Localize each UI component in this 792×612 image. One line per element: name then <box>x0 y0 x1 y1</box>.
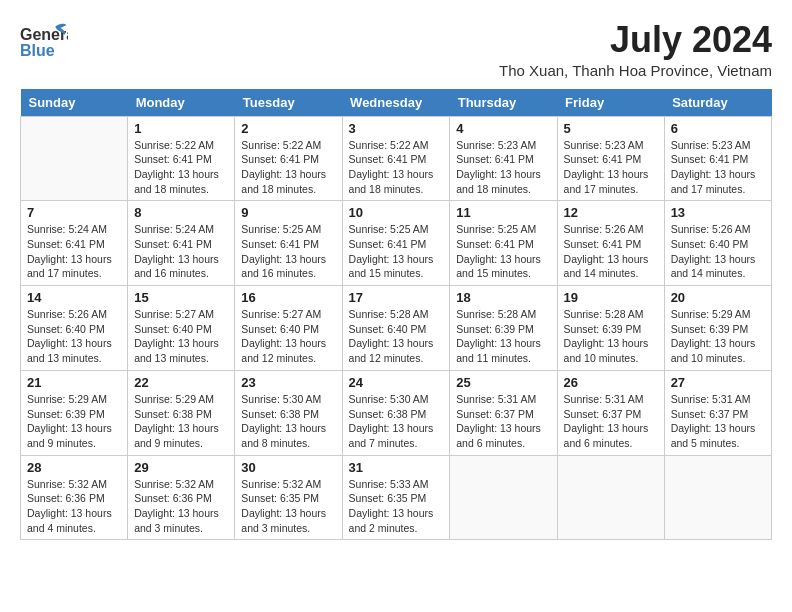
calendar-week-row: 21Sunrise: 5:29 AMSunset: 6:39 PMDayligh… <box>21 370 772 455</box>
month-year-title: July 2024 <box>499 20 772 60</box>
day-info: Sunrise: 5:30 AMSunset: 6:38 PMDaylight:… <box>241 392 335 451</box>
day-info: Sunrise: 5:25 AMSunset: 6:41 PMDaylight:… <box>241 222 335 281</box>
calendar-table: SundayMondayTuesdayWednesdayThursdayFrid… <box>20 89 772 541</box>
day-number: 27 <box>671 375 765 390</box>
day-of-week-header: Monday <box>128 89 235 117</box>
page-header: General Blue July 2024 Tho Xuan, Thanh H… <box>20 20 772 79</box>
calendar-day-cell: 24Sunrise: 5:30 AMSunset: 6:38 PMDayligh… <box>342 370 450 455</box>
calendar-day-cell: 30Sunrise: 5:32 AMSunset: 6:35 PMDayligh… <box>235 455 342 540</box>
day-number: 17 <box>349 290 444 305</box>
day-number: 11 <box>456 205 550 220</box>
calendar-week-row: 14Sunrise: 5:26 AMSunset: 6:40 PMDayligh… <box>21 286 772 371</box>
day-of-week-header: Tuesday <box>235 89 342 117</box>
day-number: 4 <box>456 121 550 136</box>
day-info: Sunrise: 5:24 AMSunset: 6:41 PMDaylight:… <box>27 222 121 281</box>
day-number: 18 <box>456 290 550 305</box>
calendar-day-cell: 2Sunrise: 5:22 AMSunset: 6:41 PMDaylight… <box>235 116 342 201</box>
day-info: Sunrise: 5:31 AMSunset: 6:37 PMDaylight:… <box>671 392 765 451</box>
calendar-day-cell: 3Sunrise: 5:22 AMSunset: 6:41 PMDaylight… <box>342 116 450 201</box>
day-info: Sunrise: 5:29 AMSunset: 6:38 PMDaylight:… <box>134 392 228 451</box>
calendar-day-cell: 8Sunrise: 5:24 AMSunset: 6:41 PMDaylight… <box>128 201 235 286</box>
calendar-day-cell: 1Sunrise: 5:22 AMSunset: 6:41 PMDaylight… <box>128 116 235 201</box>
location-subtitle: Tho Xuan, Thanh Hoa Province, Vietnam <box>499 62 772 79</box>
day-info: Sunrise: 5:31 AMSunset: 6:37 PMDaylight:… <box>456 392 550 451</box>
day-number: 12 <box>564 205 658 220</box>
calendar-day-cell: 18Sunrise: 5:28 AMSunset: 6:39 PMDayligh… <box>450 286 557 371</box>
day-info: Sunrise: 5:32 AMSunset: 6:36 PMDaylight:… <box>27 477 121 536</box>
calendar-day-cell: 29Sunrise: 5:32 AMSunset: 6:36 PMDayligh… <box>128 455 235 540</box>
day-info: Sunrise: 5:33 AMSunset: 6:35 PMDaylight:… <box>349 477 444 536</box>
day-number: 15 <box>134 290 228 305</box>
day-info: Sunrise: 5:29 AMSunset: 6:39 PMDaylight:… <box>27 392 121 451</box>
day-number: 1 <box>134 121 228 136</box>
day-info: Sunrise: 5:26 AMSunset: 6:41 PMDaylight:… <box>564 222 658 281</box>
day-of-week-header: Saturday <box>664 89 771 117</box>
day-info: Sunrise: 5:22 AMSunset: 6:41 PMDaylight:… <box>349 138 444 197</box>
calendar-day-cell: 11Sunrise: 5:25 AMSunset: 6:41 PMDayligh… <box>450 201 557 286</box>
day-info: Sunrise: 5:27 AMSunset: 6:40 PMDaylight:… <box>134 307 228 366</box>
day-info: Sunrise: 5:28 AMSunset: 6:39 PMDaylight:… <box>456 307 550 366</box>
calendar-day-cell: 21Sunrise: 5:29 AMSunset: 6:39 PMDayligh… <box>21 370 128 455</box>
calendar-day-cell: 7Sunrise: 5:24 AMSunset: 6:41 PMDaylight… <box>21 201 128 286</box>
day-info: Sunrise: 5:26 AMSunset: 6:40 PMDaylight:… <box>671 222 765 281</box>
day-number: 22 <box>134 375 228 390</box>
calendar-day-cell: 16Sunrise: 5:27 AMSunset: 6:40 PMDayligh… <box>235 286 342 371</box>
day-info: Sunrise: 5:24 AMSunset: 6:41 PMDaylight:… <box>134 222 228 281</box>
day-number: 31 <box>349 460 444 475</box>
calendar-day-cell: 9Sunrise: 5:25 AMSunset: 6:41 PMDaylight… <box>235 201 342 286</box>
day-info: Sunrise: 5:23 AMSunset: 6:41 PMDaylight:… <box>564 138 658 197</box>
day-number: 6 <box>671 121 765 136</box>
calendar-day-cell: 23Sunrise: 5:30 AMSunset: 6:38 PMDayligh… <box>235 370 342 455</box>
day-number: 16 <box>241 290 335 305</box>
day-info: Sunrise: 5:23 AMSunset: 6:41 PMDaylight:… <box>671 138 765 197</box>
title-block: July 2024 Tho Xuan, Thanh Hoa Province, … <box>499 20 772 79</box>
day-number: 3 <box>349 121 444 136</box>
calendar-day-cell: 12Sunrise: 5:26 AMSunset: 6:41 PMDayligh… <box>557 201 664 286</box>
calendar-week-row: 1Sunrise: 5:22 AMSunset: 6:41 PMDaylight… <box>21 116 772 201</box>
day-info: Sunrise: 5:22 AMSunset: 6:41 PMDaylight:… <box>134 138 228 197</box>
day-number: 2 <box>241 121 335 136</box>
calendar-day-cell: 5Sunrise: 5:23 AMSunset: 6:41 PMDaylight… <box>557 116 664 201</box>
calendar-day-cell: 22Sunrise: 5:29 AMSunset: 6:38 PMDayligh… <box>128 370 235 455</box>
day-number: 19 <box>564 290 658 305</box>
calendar-day-cell <box>21 116 128 201</box>
day-number: 25 <box>456 375 550 390</box>
logo: General Blue <box>20 20 72 64</box>
day-number: 13 <box>671 205 765 220</box>
calendar-week-row: 28Sunrise: 5:32 AMSunset: 6:36 PMDayligh… <box>21 455 772 540</box>
day-number: 20 <box>671 290 765 305</box>
calendar-day-cell: 14Sunrise: 5:26 AMSunset: 6:40 PMDayligh… <box>21 286 128 371</box>
calendar-header-row: SundayMondayTuesdayWednesdayThursdayFrid… <box>21 89 772 117</box>
calendar-day-cell: 6Sunrise: 5:23 AMSunset: 6:41 PMDaylight… <box>664 116 771 201</box>
day-number: 30 <box>241 460 335 475</box>
calendar-day-cell: 15Sunrise: 5:27 AMSunset: 6:40 PMDayligh… <box>128 286 235 371</box>
day-info: Sunrise: 5:28 AMSunset: 6:39 PMDaylight:… <box>564 307 658 366</box>
calendar-day-cell: 28Sunrise: 5:32 AMSunset: 6:36 PMDayligh… <box>21 455 128 540</box>
day-number: 5 <box>564 121 658 136</box>
day-info: Sunrise: 5:27 AMSunset: 6:40 PMDaylight:… <box>241 307 335 366</box>
calendar-week-row: 7Sunrise: 5:24 AMSunset: 6:41 PMDaylight… <box>21 201 772 286</box>
day-of-week-header: Wednesday <box>342 89 450 117</box>
day-number: 23 <box>241 375 335 390</box>
day-info: Sunrise: 5:29 AMSunset: 6:39 PMDaylight:… <box>671 307 765 366</box>
day-number: 29 <box>134 460 228 475</box>
day-info: Sunrise: 5:32 AMSunset: 6:36 PMDaylight:… <box>134 477 228 536</box>
calendar-day-cell: 19Sunrise: 5:28 AMSunset: 6:39 PMDayligh… <box>557 286 664 371</box>
general-blue-logo-icon: General Blue <box>20 20 68 64</box>
day-info: Sunrise: 5:28 AMSunset: 6:40 PMDaylight:… <box>349 307 444 366</box>
calendar-day-cell: 10Sunrise: 5:25 AMSunset: 6:41 PMDayligh… <box>342 201 450 286</box>
day-number: 10 <box>349 205 444 220</box>
day-info: Sunrise: 5:31 AMSunset: 6:37 PMDaylight:… <box>564 392 658 451</box>
calendar-day-cell: 26Sunrise: 5:31 AMSunset: 6:37 PMDayligh… <box>557 370 664 455</box>
day-info: Sunrise: 5:23 AMSunset: 6:41 PMDaylight:… <box>456 138 550 197</box>
day-number: 28 <box>27 460 121 475</box>
svg-text:Blue: Blue <box>20 42 55 59</box>
calendar-day-cell: 13Sunrise: 5:26 AMSunset: 6:40 PMDayligh… <box>664 201 771 286</box>
calendar-day-cell: 17Sunrise: 5:28 AMSunset: 6:40 PMDayligh… <box>342 286 450 371</box>
calendar-day-cell: 25Sunrise: 5:31 AMSunset: 6:37 PMDayligh… <box>450 370 557 455</box>
calendar-day-cell <box>557 455 664 540</box>
calendar-day-cell: 27Sunrise: 5:31 AMSunset: 6:37 PMDayligh… <box>664 370 771 455</box>
day-info: Sunrise: 5:25 AMSunset: 6:41 PMDaylight:… <box>456 222 550 281</box>
day-of-week-header: Friday <box>557 89 664 117</box>
day-info: Sunrise: 5:26 AMSunset: 6:40 PMDaylight:… <box>27 307 121 366</box>
